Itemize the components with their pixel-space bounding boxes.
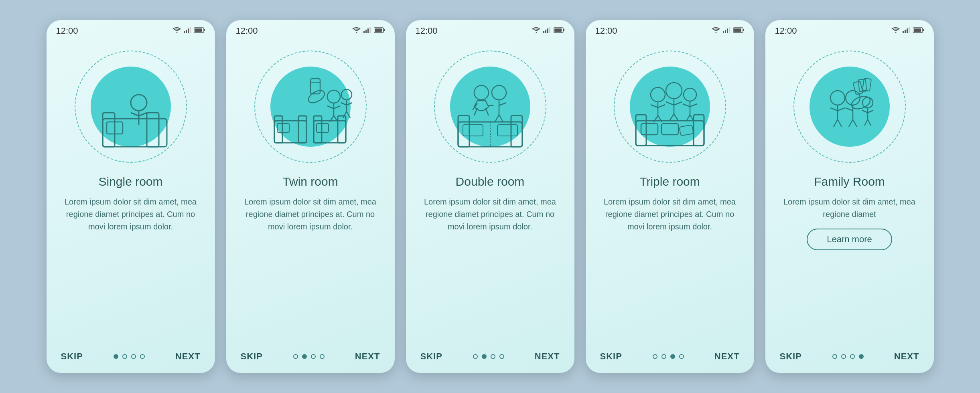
next-button-2[interactable]: NEXT: [355, 351, 380, 362]
dot-4-1: [661, 354, 666, 359]
svg-point-110: [830, 91, 845, 105]
svg-rect-54: [511, 115, 522, 147]
svg-point-11: [131, 95, 147, 111]
room-title-single: Single room: [61, 175, 201, 188]
wifi-icon-5: [891, 27, 900, 35]
content-family: Family Room Lorem ipsum dolor sit dim am…: [765, 175, 934, 345]
svg-line-84: [658, 105, 665, 107]
dot-1-1: [122, 354, 127, 359]
status-icons-2: [352, 27, 385, 35]
svg-rect-71: [729, 27, 730, 33]
svg-point-87: [666, 83, 682, 99]
battery-icon-3: [554, 27, 565, 35]
svg-line-83: [651, 105, 658, 107]
status-bar-5: 12:00: [765, 20, 934, 38]
dots-1: [114, 354, 145, 359]
twin-room-svg: [254, 51, 367, 163]
phone-screen-twin: 12:00: [226, 20, 395, 373]
svg-point-93: [684, 88, 696, 101]
bottom-nav-5: SKIP NEXT: [765, 345, 934, 373]
dot-5-2: [850, 354, 855, 359]
phone-screen-family: 12:00: [765, 20, 934, 373]
dot-2-1: [302, 354, 307, 359]
room-desc-single: Lorem ipsum dolor sit dim amet, mea regi…: [61, 196, 201, 233]
bottom-nav-4: SKIP NEXT: [586, 345, 754, 373]
svg-point-39: [341, 89, 352, 100]
svg-line-60: [485, 108, 489, 115]
status-bar-4: 12:00: [586, 20, 754, 38]
dots-2: [293, 354, 325, 359]
room-desc-triple: Lorem ipsum dolor sit dim amet, mea regi…: [600, 196, 740, 233]
svg-rect-53: [458, 115, 469, 147]
signal-icon-2: [363, 27, 371, 35]
svg-rect-50: [563, 29, 564, 31]
dot-4-3: [679, 354, 684, 359]
svg-line-120: [853, 120, 857, 127]
svg-rect-26: [314, 121, 346, 143]
svg-point-30: [306, 88, 326, 105]
svg-point-81: [651, 87, 665, 102]
phone-screen-single: 12:00: [47, 20, 215, 373]
dot-3-0: [473, 354, 478, 359]
svg-rect-73: [743, 29, 744, 31]
bottom-nav-1: SKIP NEXT: [47, 345, 215, 373]
room-desc-double: Lorem ipsum dolor sit dim amet, mea regi…: [420, 196, 560, 233]
room-title-triple: Triple room: [600, 175, 740, 188]
svg-line-91: [670, 114, 674, 121]
skip-button-2[interactable]: SKIP: [241, 351, 263, 362]
dot-2-3: [320, 354, 325, 359]
signal-icon-5: [903, 27, 911, 35]
next-button-3[interactable]: NEXT: [535, 351, 560, 362]
room-title-family: Family Room: [780, 175, 919, 188]
svg-line-113: [838, 108, 845, 111]
skip-button-3[interactable]: SKIP: [420, 351, 442, 362]
content-twin: Twin room Lorem ipsum dolor sit dim amet…: [226, 175, 395, 345]
svg-rect-15: [363, 31, 365, 33]
svg-rect-9: [147, 113, 159, 147]
status-icons-5: [891, 27, 924, 35]
svg-line-36: [334, 106, 340, 109]
dot-2-2: [311, 354, 316, 359]
svg-line-90: [674, 102, 682, 105]
svg-line-13: [131, 113, 139, 116]
skip-button-5[interactable]: SKIP: [780, 351, 802, 362]
svg-line-119: [849, 120, 853, 127]
svg-rect-77: [694, 115, 704, 146]
svg-rect-80: [679, 125, 693, 136]
svg-rect-8: [103, 113, 115, 147]
status-icons-3: [532, 27, 565, 35]
dot-1-2: [131, 354, 136, 359]
svg-line-114: [834, 120, 838, 127]
svg-rect-69: [725, 30, 726, 33]
dot-5-3: [859, 354, 864, 359]
svg-line-14: [139, 113, 147, 116]
wifi-icon-3: [532, 27, 541, 35]
next-button-5[interactable]: NEXT: [894, 351, 919, 362]
status-time-3: 12:00: [416, 26, 438, 36]
svg-rect-6: [195, 28, 202, 32]
skip-button-4[interactable]: SKIP: [600, 351, 622, 362]
svg-point-58: [474, 85, 489, 100]
dot-4-0: [653, 354, 657, 359]
screens-container: 12:00: [47, 20, 934, 373]
bottom-nav-3: SKIP NEXT: [406, 345, 574, 373]
svg-line-64: [499, 103, 506, 105]
svg-rect-27: [314, 116, 322, 143]
dot-4-2: [670, 354, 675, 359]
next-button-4[interactable]: NEXT: [714, 351, 740, 362]
svg-rect-78: [641, 124, 658, 135]
next-button-1[interactable]: NEXT: [175, 351, 201, 362]
dot-3-3: [499, 354, 504, 359]
svg-point-33: [327, 90, 340, 103]
svg-rect-1: [186, 30, 187, 33]
learn-more-button[interactable]: Learn more: [807, 229, 892, 250]
battery-icon-4: [733, 27, 745, 35]
svg-rect-55: [463, 125, 483, 136]
svg-rect-45: [543, 31, 544, 33]
svg-line-126: [868, 120, 871, 126]
status-bar-2: 12:00: [226, 20, 395, 38]
skip-button-1[interactable]: SKIP: [61, 351, 83, 362]
phone-screen-triple: 12:00: [586, 20, 754, 373]
dot-3-2: [491, 354, 495, 359]
wifi-icon: [172, 27, 181, 35]
